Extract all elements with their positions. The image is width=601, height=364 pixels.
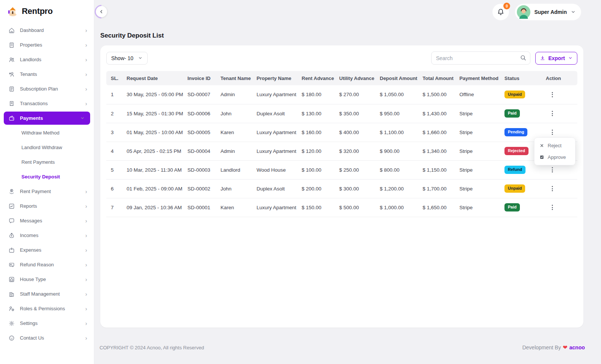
chevron-right-icon: › <box>85 218 87 224</box>
notifications-button[interactable]: 0 <box>492 4 509 20</box>
cell-invoice: SD-00007 <box>183 85 216 104</box>
topbar: 0 Super Admin <box>94 0 601 24</box>
cell-deposit: $ 800.00 <box>375 160 418 179</box>
sidebar-item-staff-management[interactable]: Staff Management› <box>0 287 94 301</box>
row-actions-button[interactable] <box>549 165 556 175</box>
sidebar-item-label: Expenses <box>20 247 80 253</box>
table-row: 215 May, 2025 - 01:30 PMSD-00006JohnDupl… <box>106 104 577 123</box>
payments-icon <box>8 115 15 122</box>
cell-sl: 7 <box>106 198 122 217</box>
sidebar-item-transactions[interactable]: Transactions› <box>0 96 94 111</box>
chevron-right-icon: › <box>85 27 87 33</box>
sidebar-item-label: Dashboard <box>20 27 80 33</box>
cell-date: 05 Apr, 2025 - 02:15 PM <box>122 142 183 160</box>
cell-total: $ 1,500.00 <box>418 85 455 104</box>
column-header-property: Property Name <box>252 71 297 85</box>
column-header-invoice: Invoice ID <box>183 71 216 85</box>
roles-icon <box>8 305 15 312</box>
sidebar-item-expenses[interactable]: Expenses› <box>0 243 94 257</box>
cell-tenant: Admin <box>216 85 252 104</box>
action-context-menu: RejectApprove <box>534 137 575 165</box>
search-input[interactable] <box>431 51 530 65</box>
sidebar-item-contact-us[interactable]: Contact Us› <box>0 331 94 345</box>
column-header-utility: Utility Advance <box>335 71 375 85</box>
column-header-total: Total Amount <box>418 71 455 85</box>
chevron-right-icon: › <box>85 335 87 341</box>
table-row: 510 Mar, 2025 - 11:30 AMSD-00003Landlord… <box>106 160 577 179</box>
page-title: Security Deposit List <box>100 32 583 39</box>
sidebar-item-tenants[interactable]: Tenants› <box>0 67 94 82</box>
export-label: Export <box>548 55 565 61</box>
cell-date: 09 Jan, 2025 - 10:36 AM <box>122 198 183 217</box>
sidebar-item-label: Incomes <box>20 233 80 238</box>
sidebar-item-properties[interactable]: Properties› <box>0 38 94 52</box>
row-actions-button[interactable] <box>549 184 556 194</box>
sidebar-item-dashboard[interactable]: Dashboard› <box>0 23 94 38</box>
cell-invoice: SD-00003 <box>183 160 216 179</box>
chevron-right-icon: › <box>85 233 87 238</box>
column-header-sl: SL. <box>106 71 122 85</box>
sidebar-item-label: Contact Us <box>20 335 80 341</box>
sidebar-item-subscription-plan[interactable]: Subscription Plan› <box>0 82 94 96</box>
sidebar-collapse-button[interactable] <box>96 6 107 17</box>
cell-invoice: SD-00005 <box>183 123 216 142</box>
row-actions-button[interactable] <box>549 89 556 100</box>
reject-menu-item[interactable]: Reject <box>535 140 575 151</box>
sidebar-item-label: Staff Management <box>20 291 80 297</box>
sidebar-item-messages[interactable]: Messages› <box>0 213 94 228</box>
sidebar-subitem-withdraw-method[interactable]: Withdraw Method <box>0 125 94 140</box>
sidebar-subitem-rent-payments[interactable]: Rent Payments <box>0 155 94 169</box>
cell-deposit: $ 1,200.00 <box>375 179 418 198</box>
sidebar-item-house-type[interactable]: House Type› <box>0 272 94 287</box>
cell-deposit: $ 950.00 <box>375 104 418 123</box>
chevron-down-icon <box>138 56 143 60</box>
table-row: 709 Jan, 2025 - 10:36 AMSD-00001KarenLux… <box>106 198 577 217</box>
chevron-left-icon <box>99 9 104 14</box>
reports-icon <box>8 203 15 210</box>
status-badge: Rejected <box>504 147 529 155</box>
row-actions-button[interactable] <box>549 127 556 137</box>
chevron-right-icon: › <box>85 203 87 209</box>
cell-total: $ 1,150.00 <box>418 160 455 179</box>
security-deposit-card: Show- 10 Export <box>100 45 583 328</box>
sidebar-item-landlords[interactable]: Landlords› <box>0 52 94 67</box>
cell-method: Offline <box>455 85 500 104</box>
acnoo-link[interactable]: acnoo <box>569 344 585 350</box>
cell-method: Stripe <box>455 179 500 198</box>
sidebar-item-roles-permissions[interactable]: Roles & Permissions› <box>0 301 94 316</box>
user-menu[interactable]: Super Admin <box>515 4 581 20</box>
cell-utility: $ 320.00 <box>335 142 375 160</box>
sidebar-item-payments[interactable]: Payments <box>4 112 90 125</box>
sidebar-item-settings[interactable]: Settings› <box>0 316 94 331</box>
refund-icon <box>8 261 15 268</box>
sidebar-subitem-security-deposit[interactable]: Security Deposit <box>0 169 94 184</box>
cell-total: $ 1,700.00 <box>418 179 455 198</box>
column-header-rent: Rent Advance <box>297 71 335 85</box>
status-badge: Unpaid <box>504 91 525 98</box>
sidebar-item-rent-payment[interactable]: Rent Payment› <box>0 184 94 199</box>
cell-property: Duplex Asolt <box>252 179 297 198</box>
table-row: 601 Feb, 2025 - 09:00 AMSD-00002JohnDupl… <box>106 179 577 198</box>
cell-date: 01 Feb, 2025 - 09:00 AM <box>122 179 183 198</box>
user-name: Super Admin <box>534 9 567 15</box>
sidebar-item-refund-reason[interactable]: Refund Reason› <box>0 257 94 272</box>
subscription-icon <box>8 86 15 92</box>
export-button[interactable]: Export <box>535 52 577 65</box>
cell-deposit: $ 1,050.00 <box>375 85 418 104</box>
cell-date: 10 Mar, 2025 - 11:30 AM <box>122 160 183 179</box>
house-type-icon <box>8 276 15 283</box>
table-toolbar: Show- 10 Export <box>106 51 577 65</box>
sidebar-subitem-landlord-withdraw[interactable]: Landlord Withdraw <box>0 140 94 155</box>
sidebar-item-label: Roles & Permissions <box>20 306 80 311</box>
sidebar-item-incomes[interactable]: Incomes› <box>0 228 94 243</box>
row-actions-button[interactable] <box>549 202 556 213</box>
status-badge: Paid <box>504 109 520 117</box>
show-entries-select[interactable]: Show- 10 <box>106 52 148 65</box>
chevron-down-icon <box>80 116 85 121</box>
cell-deposit: $ 1,100.00 <box>375 123 418 142</box>
sidebar-item-reports[interactable]: Reports› <box>0 199 94 213</box>
brand-logo[interactable]: Rentpro <box>0 0 94 21</box>
approve-menu-item[interactable]: Approve <box>535 151 575 163</box>
row-actions-button[interactable] <box>549 109 556 119</box>
cell-utility: $ 350.00 <box>335 104 375 123</box>
